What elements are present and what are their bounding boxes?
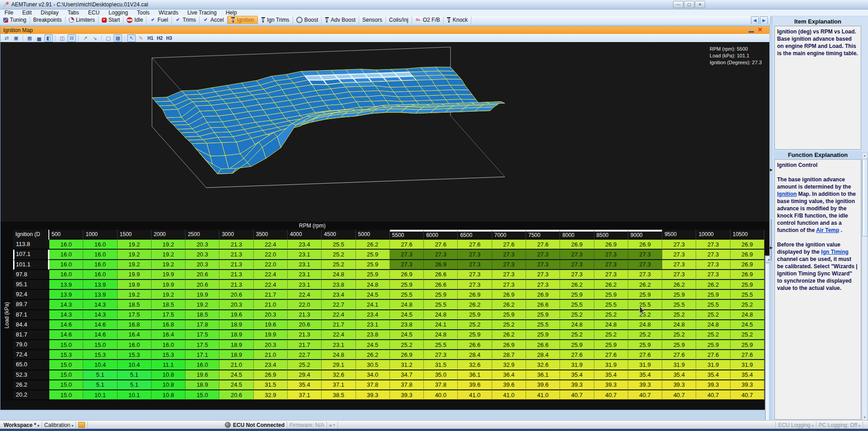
cell[interactable]: 25.2 (288, 360, 322, 370)
cell[interactable]: 26.2 (662, 280, 696, 290)
cell[interactable]: 27.3 (526, 280, 560, 290)
cell[interactable]: 27.3 (628, 250, 662, 260)
cell[interactable]: 19.2 (118, 290, 152, 300)
cell[interactable]: 36.1 (526, 370, 560, 380)
row-header-81.7[interactable]: 81.7 (13, 330, 49, 340)
cell[interactable]: 13.9 (49, 280, 83, 290)
cell[interactable]: 25.9 (696, 340, 730, 350)
cell[interactable]: 17.5 (152, 310, 185, 320)
cell[interactable]: 24.8 (696, 320, 730, 330)
cell[interactable]: 27.3 (560, 260, 594, 270)
cell[interactable]: 18.5 (152, 300, 185, 310)
cell[interactable]: 25.5 (390, 290, 424, 300)
layout-icon[interactable] (78, 422, 85, 428)
cell[interactable]: 25.9 (696, 290, 730, 300)
cell[interactable]: 27.6 (492, 240, 526, 250)
col-header-4500[interactable]: 4500 (322, 230, 356, 240)
cell[interactable]: 27.3 (424, 250, 458, 260)
cell[interactable]: 10.8 (152, 370, 185, 380)
cell[interactable]: 25.9 (424, 290, 458, 300)
cell[interactable]: 28.4 (526, 350, 560, 360)
cell[interactable]: 19.2 (152, 290, 185, 300)
cell[interactable]: 23.1 (288, 270, 322, 280)
col-header-8000[interactable]: 8000 (560, 230, 594, 240)
cell[interactable]: 22.0 (254, 250, 288, 260)
col-header-9000[interactable]: 9000 (628, 230, 662, 240)
cell[interactable]: 22.0 (288, 300, 322, 310)
menu-display[interactable]: Display (36, 9, 63, 16)
cell[interactable]: 23.1 (322, 340, 356, 350)
cell[interactable]: 20.3 (254, 340, 288, 350)
cell[interactable]: 25.2 (458, 320, 492, 330)
row-header-95.1[interactable]: 95.1 (13, 280, 49, 290)
cell[interactable]: 23.1 (288, 250, 322, 260)
cell[interactable]: 15.0 (49, 380, 83, 390)
panel-scroll-down-icon[interactable]: ▼ (862, 415, 867, 420)
cell[interactable]: 23.8 (390, 320, 424, 330)
cell[interactable]: 5.1 (118, 370, 152, 380)
header-label-h2[interactable]: H2 (157, 36, 163, 41)
cell[interactable]: 25.2 (662, 330, 696, 340)
cell[interactable]: 5.1 (83, 370, 117, 380)
panel-scroll-thumb[interactable] (862, 159, 868, 237)
cell[interactable]: 26.9 (254, 370, 288, 380)
cell[interactable]: 26.2 (628, 280, 662, 290)
cell[interactable]: 24.1 (424, 320, 458, 330)
cell[interactable]: 16.0 (83, 270, 117, 280)
cell[interactable]: 24.5 (390, 330, 424, 340)
cell[interactable]: 27.3 (526, 270, 560, 280)
cell[interactable]: 19.2 (152, 250, 185, 260)
cell[interactable]: 25.2 (730, 300, 764, 310)
cell[interactable]: 39.6 (458, 380, 492, 390)
col-header-5500[interactable]: 5500 (390, 230, 424, 240)
row-header-101.1[interactable]: 101.1 (13, 260, 49, 270)
cell[interactable]: 27.3 (560, 270, 594, 280)
menu-file[interactable]: File (0, 9, 18, 16)
cell[interactable]: 15.0 (49, 360, 83, 370)
cell[interactable]: 26.9 (730, 270, 764, 280)
cell[interactable]: 25.2 (322, 260, 356, 270)
cell[interactable]: 19.9 (118, 280, 152, 290)
tab-breakpoints[interactable]: Breakpoints (30, 16, 65, 24)
cell[interactable]: 14.6 (49, 330, 83, 340)
collapse-arrows-icon[interactable]: ↘ (90, 34, 99, 42)
cell[interactable]: 22.4 (254, 240, 288, 250)
cell[interactable]: 19.2 (185, 300, 219, 310)
ign-timing-link[interactable]: Ign Timing (821, 249, 848, 255)
col-header-1000[interactable]: 1000 (83, 230, 117, 240)
cell[interactable]: 25.9 (526, 310, 560, 320)
cell[interactable]: 14.3 (83, 300, 117, 310)
cell[interactable]: 31.2 (390, 360, 424, 370)
cell[interactable]: 31.5 (254, 380, 288, 390)
row-header-113.8[interactable]: 113.8 (13, 240, 49, 250)
cell[interactable]: 31.9 (628, 360, 662, 370)
cell[interactable]: 27.3 (594, 250, 628, 260)
cell[interactable]: 24.8 (730, 310, 764, 320)
cell[interactable]: 26.2 (458, 300, 492, 310)
cell[interactable]: 10.1 (118, 390, 152, 400)
cell[interactable]: 38.5 (322, 390, 356, 400)
cell[interactable]: 26.2 (560, 280, 594, 290)
cell[interactable]: 25.2 (560, 310, 594, 320)
cell[interactable]: 16.8 (118, 320, 152, 330)
cell[interactable]: 30.5 (356, 360, 390, 370)
cell[interactable]: 21.0 (219, 360, 253, 370)
cell[interactable]: 25.2 (628, 330, 662, 340)
cell[interactable]: 23.4 (288, 240, 322, 250)
cell[interactable]: 16.0 (49, 260, 83, 270)
row-header-65[interactable]: 65.0 (13, 360, 49, 370)
cell[interactable]: 18.5 (118, 300, 152, 310)
cell[interactable]: 16.0 (83, 260, 117, 270)
cell[interactable]: 39.3 (730, 380, 764, 390)
cell[interactable]: 22.7 (322, 300, 356, 310)
cell[interactable]: 40.7 (560, 390, 594, 400)
cell[interactable]: 25.9 (390, 280, 424, 290)
cell[interactable]: 36.4 (492, 370, 526, 380)
cell[interactable]: 26.2 (356, 240, 390, 250)
map-minimize-icon[interactable] (749, 27, 754, 33)
cell[interactable]: 39.3 (662, 380, 696, 390)
cell[interactable]: 18.9 (219, 320, 253, 330)
cell[interactable]: 27.3 (458, 260, 492, 270)
cell[interactable]: 36.1 (458, 370, 492, 380)
cell[interactable]: 21.7 (322, 320, 356, 330)
